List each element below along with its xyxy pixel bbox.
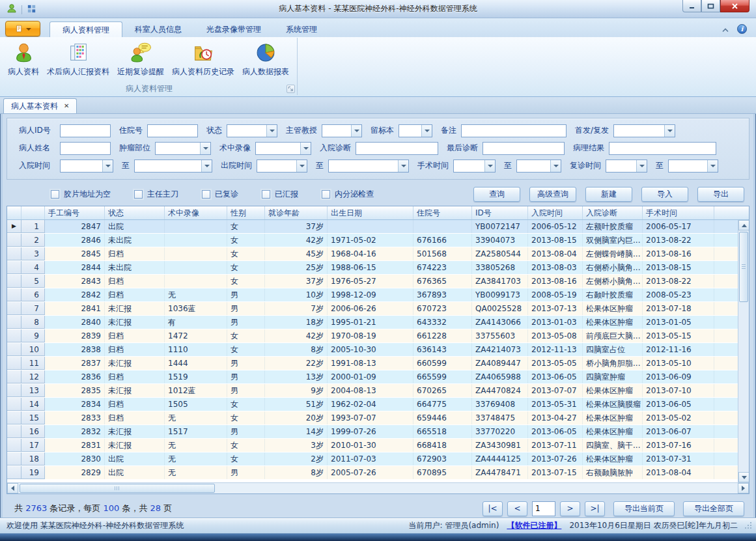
checkbox-已复诊[interactable]: 已复诊 xyxy=(202,189,238,200)
dropdown-arrow-icon[interactable] xyxy=(707,160,718,172)
table-row[interactable]: 52843归档女37岁1976-05-27676365ZA38417032013… xyxy=(7,275,738,288)
tab-patient-basic-data[interactable]: 病人基本资料 ✕ xyxy=(3,98,77,113)
last-page-button[interactable]: >| xyxy=(585,501,605,516)
dropdown-arrow-icon[interactable] xyxy=(636,160,647,172)
filter-combo-留标本[interactable] xyxy=(399,124,432,137)
quick-access-layout-icon[interactable] xyxy=(27,4,36,16)
scroll-right-icon[interactable] xyxy=(738,483,749,493)
filter-combo-术中录像[interactable] xyxy=(255,142,311,155)
resize-grip-icon[interactable] xyxy=(744,521,752,531)
checkbox-icon[interactable] xyxy=(202,190,210,199)
column-header-性别[interactable]: 性别 xyxy=(227,206,265,219)
table-row[interactable]: 102838归档1110女8岁2005-10-30636143ZA4214073… xyxy=(7,343,738,357)
dropdown-arrow-icon[interactable] xyxy=(266,125,277,137)
filter-combo-状态[interactable] xyxy=(227,124,277,137)
checkbox-主任主刀[interactable]: 主任主刀 xyxy=(134,189,178,200)
checkbox-icon[interactable] xyxy=(262,190,270,199)
filter-combo-手术时间[interactable] xyxy=(453,160,496,173)
filter-input-住院号[interactable] xyxy=(147,124,198,137)
column-header-状态[interactable]: 状态 xyxy=(105,206,165,219)
checkbox-icon[interactable] xyxy=(134,190,143,199)
checkbox-icon[interactable] xyxy=(51,190,59,199)
scroll-up-icon[interactable] xyxy=(738,220,749,230)
filter-combo-入院时间[interactable] xyxy=(60,160,113,173)
dialog-launcher-icon[interactable] xyxy=(287,85,295,93)
dropdown-arrow-icon[interactable] xyxy=(421,125,432,137)
checkbox-胶片地址为空[interactable]: 胶片地址为空 xyxy=(51,189,111,200)
table-row[interactable]: 82840未汇报有男18岁1995-01-21643332ZA414306620… xyxy=(7,316,738,329)
maximize-button[interactable] xyxy=(701,0,720,12)
scroll-left-icon[interactable] xyxy=(7,483,18,493)
close-tab-icon[interactable]: ✕ xyxy=(64,103,69,109)
checkbox-已汇报[interactable]: 已汇报 xyxy=(262,189,298,200)
table-row[interactable]: 182830出院无女2岁2011-07-03672903ZA4444125201… xyxy=(7,452,738,466)
filter-input-备注[interactable] xyxy=(461,124,567,137)
horizontal-scroll-thumb[interactable] xyxy=(20,484,215,493)
filter-input-病理结果[interactable] xyxy=(609,142,716,155)
table-row[interactable]: 142834归档1505女51岁1962-02-0466477533769408… xyxy=(7,398,738,411)
column-header-就诊年龄[interactable]: 就诊年龄 xyxy=(265,206,328,219)
close-button[interactable] xyxy=(720,0,749,12)
minimize-button[interactable] xyxy=(682,0,701,12)
dropdown-arrow-icon[interactable] xyxy=(484,160,495,172)
page-number-input[interactable] xyxy=(532,501,555,516)
table-row[interactable]: 92839归档1472女42岁1970-08-19661228337556032… xyxy=(7,329,738,343)
ribbon-button-病人数据报表[interactable]: 病人数据报表 xyxy=(238,40,293,79)
高级查询-button[interactable]: 高级查询 xyxy=(529,187,576,202)
column-header-入院诊断[interactable]: 入院诊断 xyxy=(583,206,643,219)
column-header-住院号[interactable]: 住院号 xyxy=(413,206,472,219)
dropdown-arrow-icon[interactable] xyxy=(200,143,210,154)
filter-combo-至[interactable] xyxy=(328,160,409,173)
column-header-手术时间[interactable]: 手术时间 xyxy=(643,206,714,219)
prev-page-button[interactable]: < xyxy=(507,501,527,516)
column-header-手工编号[interactable]: 手工编号 xyxy=(45,206,105,219)
table-row[interactable]: 72841未汇报1036蓝男7岁2006-06-26670723QA002552… xyxy=(7,302,738,316)
filter-input-病人ID号[interactable] xyxy=(60,124,111,137)
ribbon-tab-系统管理[interactable]: 系统管理 xyxy=(273,21,329,37)
vertical-scrollbar[interactable] xyxy=(738,220,749,482)
dropdown-arrow-icon[interactable] xyxy=(550,160,561,172)
ribbon-tab-病人资料管理[interactable]: 病人资料管理 xyxy=(49,21,122,37)
新建-button[interactable]: 新建 xyxy=(585,187,632,202)
查询-button[interactable]: 查询 xyxy=(473,187,520,202)
first-page-button[interactable]: |< xyxy=(483,501,503,516)
column-header-术中录像[interactable]: 术中录像 xyxy=(165,206,227,219)
table-row[interactable]: 42844未出院女25岁1988-06-15674223338052682013… xyxy=(7,261,738,275)
registered-link[interactable]: 【软件已注册】 xyxy=(507,520,561,531)
ribbon-button-术后病人汇报资料[interactable]: 术后病人汇报资料 xyxy=(43,40,113,79)
dropdown-arrow-icon[interactable] xyxy=(398,160,408,172)
filter-combo-首发/复发[interactable] xyxy=(613,124,675,137)
导出-button[interactable]: 导出 xyxy=(697,187,744,202)
filter-combo-至[interactable] xyxy=(134,160,212,173)
column-header-ID号[interactable]: ID号 xyxy=(472,206,528,219)
filter-combo-主管教授[interactable] xyxy=(322,124,362,137)
table-row[interactable]: 122836归档1519男13岁2000-01-09665599ZA406598… xyxy=(7,370,738,384)
ribbon-tab-科室人员信息[interactable]: 科室人员信息 xyxy=(122,21,194,37)
table-row[interactable]: 112837未汇报1444男22岁1991-08-13660599ZA40894… xyxy=(7,357,738,370)
export-all-pages-button[interactable]: 导出全部页 xyxy=(683,501,744,516)
filter-input-病人姓名[interactable] xyxy=(60,142,111,155)
filter-input-入院诊断[interactable] xyxy=(356,142,438,155)
application-menu-button[interactable] xyxy=(5,21,40,36)
dropdown-arrow-icon[interactable] xyxy=(102,160,113,172)
table-row[interactable]: 132835未汇报1012蓝男9岁2004-08-13670265ZA44708… xyxy=(7,384,738,398)
ribbon-tab-光盘录像带管理[interactable]: 光盘录像带管理 xyxy=(194,21,273,37)
ribbon-button-病人资料历史记录[interactable]: 病人资料历史记录 xyxy=(168,40,238,79)
collapse-ribbon-icon[interactable] xyxy=(721,23,729,35)
checkbox-icon[interactable] xyxy=(322,190,330,199)
filter-combo-出院时间[interactable] xyxy=(257,160,307,173)
filter-input-最后诊断[interactable] xyxy=(483,142,565,155)
export-current-page-button[interactable]: 导出当前页 xyxy=(613,501,675,516)
dropdown-arrow-icon[interactable] xyxy=(351,125,361,137)
ribbon-button-近期复诊提醒[interactable]: 近期复诊提醒 xyxy=(113,40,168,79)
ribbon-button-病人资料[interactable]: 病人资料 xyxy=(4,40,43,79)
table-row[interactable]: 62842归档无男10岁1998-12-09367893YB0099173200… xyxy=(7,288,738,302)
table-row[interactable]: 22846未出院女42岁1971-05-02676166339040732013… xyxy=(7,234,738,247)
dropdown-arrow-icon[interactable] xyxy=(664,125,675,137)
horizontal-scrollbar[interactable] xyxy=(7,482,749,493)
table-row[interactable]: 152833归档无女20岁1993-07-0765944633748475201… xyxy=(7,411,738,425)
table-row[interactable]: 192829出院无男8岁2005-07-26670895ZA4478471201… xyxy=(7,466,738,480)
table-row[interactable]: ▶12847出院女37岁YB00721472006-05-12左额叶胶质瘤200… xyxy=(7,220,738,234)
filter-combo-至[interactable] xyxy=(668,160,718,173)
info-icon[interactable]: i xyxy=(737,24,747,34)
